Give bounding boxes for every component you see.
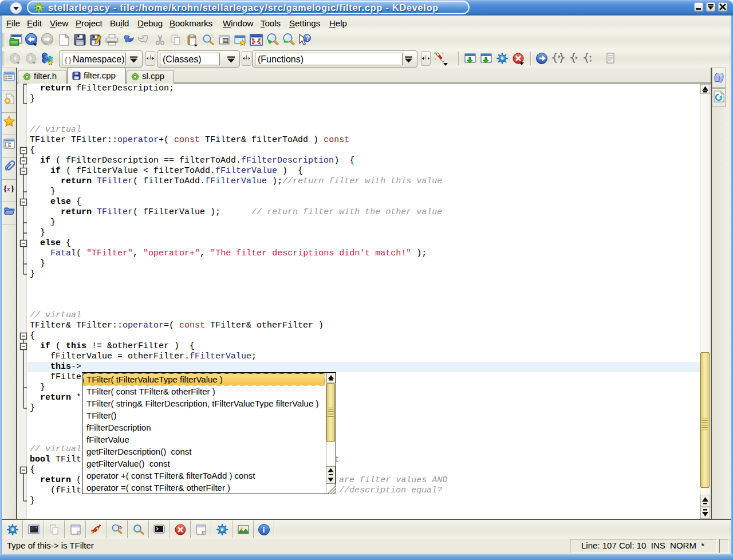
svg-text:i: i [263, 526, 265, 534]
svg-text:x: x [6, 184, 11, 193]
svg-text:?: ? [305, 34, 309, 42]
svg-text:}: } [11, 184, 14, 193]
